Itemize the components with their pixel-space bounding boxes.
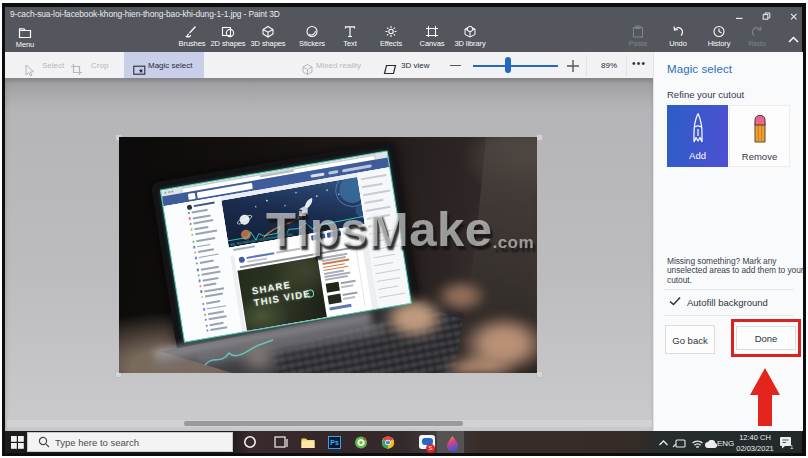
svg-text:1: 1 (790, 444, 794, 450)
